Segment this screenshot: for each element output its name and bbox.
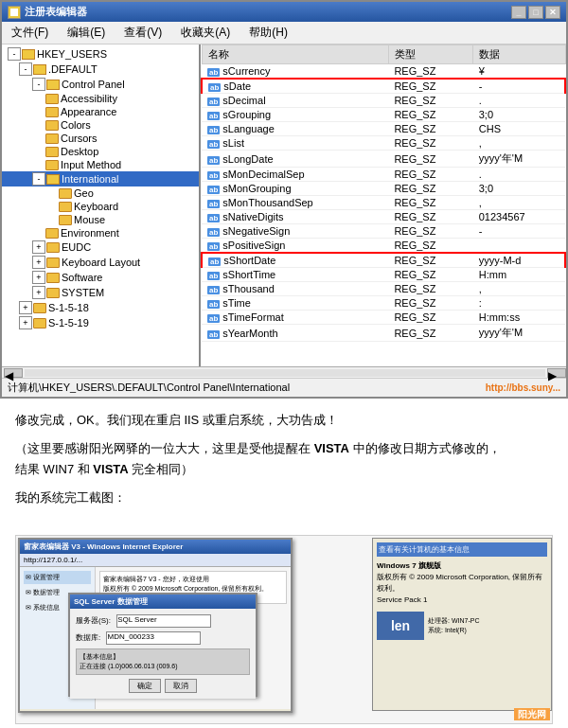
table-row[interactable]: absYearMonthREG_SZyyyy'年'M — [202, 325, 565, 342]
sim-copyright: 版权所有 © 2009 Microsoft Corporation, 保留所有权… — [377, 573, 542, 593]
tree-item-hkey-users[interactable]: - HKEY_USERS — [2, 46, 199, 62]
tree-item-s-1-5-19[interactable]: + S-1-5-19 — [2, 315, 199, 330]
sim-sql-ok-btn[interactable]: 确定 — [129, 679, 161, 693]
folder-icon-appearance — [45, 107, 59, 117]
reg-name-cell: absTime — [202, 296, 388, 311]
sim-sql-row2: 数据库: MDN_000233 — [76, 631, 250, 645]
horizontal-scrollbar[interactable]: ◀ ▶ — [2, 366, 566, 378]
screenshot-image: 窗家表编辑器 V3 - Windows Internet Explorer ht… — [15, 535, 553, 724]
expand-default[interactable]: - — [19, 62, 32, 76]
tree-item-environment[interactable]: Environment — [2, 226, 199, 240]
label-desktop: Desktop — [61, 146, 98, 157]
tree-item-international[interactable]: - International — [2, 171, 199, 186]
tree-item-accessibility[interactable]: Accessibility — [2, 92, 199, 105]
reg-name-cell: absNativeDigits — [202, 210, 388, 224]
reg-type-cell: REG_SZ — [388, 325, 472, 342]
reg-name-cell: absLanguage — [202, 122, 388, 136]
table-row[interactable]: absMonThousandSepREG_SZ, — [202, 196, 565, 210]
expand-keyboard-layout[interactable]: + — [32, 256, 45, 269]
table-row[interactable]: absDateREG_SZ- — [202, 79, 565, 94]
menu-view[interactable]: 查看(V) — [118, 24, 168, 42]
sim-sql-db-input[interactable]: MDN_000233 — [106, 631, 201, 645]
col-name[interactable]: 名称 — [202, 45, 388, 64]
sim-sql-cancel-btn[interactable]: 取消 — [165, 679, 197, 693]
tree-item-control-panel[interactable]: - Control Panel — [2, 77, 199, 92]
menu-file[interactable]: 文件(F) — [6, 24, 54, 42]
article-section: 修改完成，OK。我们现在重启 IIS 或重启系统，大功告成！ （这里要感谢阳光网… — [0, 399, 568, 527]
expand-system[interactable]: + — [32, 286, 45, 299]
table-row[interactable]: absLanguageREG_SZCHS — [202, 122, 565, 136]
reg-name-cell: absTimeFormat — [202, 311, 388, 325]
tree-item-keyboard-layout[interactable]: + Keyboard Layout — [2, 255, 199, 270]
expand-s-1-5-19[interactable]: + — [19, 316, 32, 329]
sim-brand-info: 处理器: WIN7-PC 系统: Intel(R) — [428, 616, 479, 635]
maximize-button[interactable]: □ — [528, 6, 543, 19]
sim-ie-titlebar: 窗家表编辑器 V3 - Windows Internet Explorer — [20, 540, 291, 554]
table-row[interactable]: absPositiveSignREG_SZ — [202, 239, 565, 254]
tree-item-appearance[interactable]: Appearance — [2, 105, 199, 118]
table-row[interactable]: absMonGroupingREG_SZ3;0 — [202, 182, 565, 196]
menu-help[interactable]: 帮助(H) — [243, 24, 293, 42]
table-row[interactable]: absTimeFormatREG_SZH:mm:ss — [202, 311, 565, 325]
tree-item-software[interactable]: + Software — [2, 270, 199, 285]
table-row[interactable]: absShortDateREG_SZyyyy-M-d — [202, 253, 565, 268]
tree-item-mouse[interactable]: Mouse — [2, 213, 199, 226]
label-environment: Environment — [61, 227, 119, 239]
table-row[interactable]: absCurrencyREG_SZ¥ — [202, 64, 565, 80]
folder-icon-software — [46, 273, 60, 283]
sim-right-header: 查看有关计算机的基本信息 — [377, 542, 547, 557]
tree-item-eudc[interactable]: + EUDC — [2, 240, 199, 255]
tree-item-keyboard[interactable]: Keyboard — [2, 200, 199, 213]
table-row[interactable]: absDecimalREG_SZ. — [202, 94, 565, 108]
table-row[interactable]: absThousandREG_SZ, — [202, 282, 565, 296]
table-row[interactable]: absNegativeSignREG_SZ- — [202, 224, 565, 239]
tree-item-colors[interactable]: Colors — [2, 118, 199, 132]
close-button[interactable]: ✕ — [545, 6, 560, 19]
article-para1: 修改完成，OK。我们现在重启 IIS 或重启系统，大功告成！ — [15, 410, 553, 431]
table-row[interactable]: absMonDecimalSepREG_SZ. — [202, 168, 565, 182]
expand-hkey-users[interactable]: - — [8, 47, 21, 61]
tree-item-geo[interactable]: Geo — [2, 186, 199, 200]
reg-data-cell: yyyy'年'M — [473, 151, 565, 168]
sim-sql-server-input[interactable]: SQL Server — [116, 614, 211, 628]
para2-vista2: VISTA — [93, 462, 128, 476]
tree-item-input-method[interactable]: Input Method — [2, 158, 199, 171]
scroll-track[interactable] — [25, 369, 545, 377]
tree-item-default[interactable]: - .DEFAULT — [2, 62, 199, 77]
reg-type-cell: REG_SZ — [388, 311, 472, 325]
reg-type-cell: REG_SZ — [388, 94, 472, 108]
table-row[interactable]: absListREG_SZ, — [202, 136, 565, 151]
minimize-button[interactable]: _ — [511, 6, 526, 19]
expand-eudc[interactable]: + — [32, 240, 45, 254]
table-row[interactable]: absGroupingREG_SZ3;0 — [202, 108, 565, 122]
scroll-right-btn[interactable]: ▶ — [547, 368, 566, 378]
tree-item-desktop[interactable]: Desktop — [2, 145, 199, 158]
sim-sql-buttons: 确定 取消 — [76, 679, 250, 693]
col-type[interactable]: 类型 — [388, 45, 472, 64]
sim-sql-body: 服务器(S): SQL Server 数据库: MDN_000233 【基本信息… — [70, 609, 256, 699]
scroll-left-btn[interactable]: ◀ — [4, 368, 23, 378]
menu-bar: 文件(F) 编辑(E) 查看(V) 收藏夹(A) 帮助(H) — [2, 22, 566, 44]
table-row[interactable]: absLongDateREG_SZyyyy'年'M — [202, 151, 565, 168]
expand-software[interactable]: + — [32, 271, 45, 284]
reg-data-cell: , — [473, 136, 565, 151]
sim-right-pane: 查看有关计算机的基本信息 Windows 7 旗舰版 版权所有 © 2009 M… — [372, 538, 552, 711]
tree-item-s-1-5-18[interactable]: + S-1-5-18 — [2, 300, 199, 315]
col-data[interactable]: 数据 — [473, 45, 565, 64]
expand-international[interactable]: - — [32, 172, 45, 186]
expand-s-1-5-18[interactable]: + — [19, 301, 32, 314]
expand-control-panel[interactable]: - — [32, 78, 45, 91]
label-keyboard: Keyboard — [74, 201, 118, 212]
menu-edit[interactable]: 编辑(E) — [62, 24, 111, 42]
tree-item-system[interactable]: + SYSTEM — [2, 285, 199, 300]
reg-name-cell: absPositiveSign — [202, 239, 388, 254]
sim-brand-logo: len — [377, 612, 424, 640]
menu-favorites[interactable]: 收藏夹(A) — [175, 24, 236, 42]
status-bar: 计算机\HKEY_USERS\.DEFAULT\Control Panel\In… — [2, 378, 566, 397]
table-row[interactable]: absNativeDigitsREG_SZ01234567 — [202, 210, 565, 224]
table-row[interactable]: absTimeREG_SZ: — [202, 296, 565, 311]
tree-item-cursors[interactable]: Cursors — [2, 132, 199, 145]
label-geo: Geo — [74, 187, 94, 199]
table-row[interactable]: absShortTimeREG_SZH:mm — [202, 268, 565, 282]
tree-pane[interactable]: - HKEY_USERS - .DEFAULT - Control Panel — [2, 44, 201, 366]
